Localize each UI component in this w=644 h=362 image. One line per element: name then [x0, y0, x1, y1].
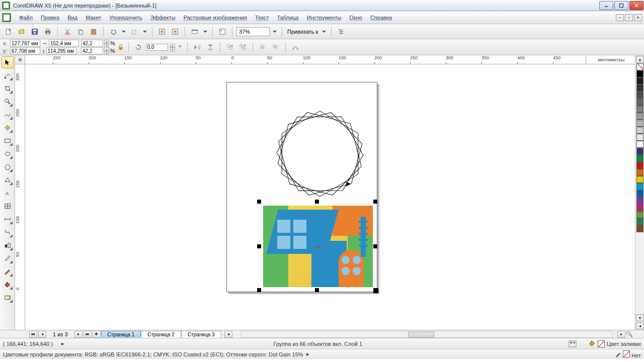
- drawing-canvas[interactable]: ➤: [25, 64, 636, 330]
- selection-handle-br[interactable]: [373, 288, 378, 293]
- interactive-tool[interactable]: [2, 239, 14, 251]
- undo-button[interactable]: [108, 26, 119, 37]
- color-swatch[interactable]: [636, 155, 643, 162]
- color-swatch[interactable]: [636, 106, 643, 113]
- interactive-fill-tool[interactable]: [2, 292, 14, 304]
- zoom-input[interactable]: [236, 27, 270, 36]
- save-button[interactable]: [29, 26, 40, 37]
- page-tab-1[interactable]: Страница 1: [101, 331, 141, 338]
- minimize-button[interactable]: [599, 1, 613, 10]
- hscroll-right-button[interactable]: ▸: [617, 331, 625, 338]
- freehand-tool[interactable]: [2, 109, 14, 121]
- fill-tool[interactable]: [2, 279, 14, 291]
- star-polygon-object[interactable]: [272, 109, 368, 197]
- add-page-button[interactable]: ✚: [93, 331, 101, 338]
- snap-dropdown[interactable]: [321, 26, 327, 37]
- maximize-button[interactable]: [614, 1, 628, 10]
- menu-arrange[interactable]: Упорядочить: [105, 13, 146, 23]
- profile-flyout-icon[interactable]: ▸: [303, 351, 312, 357]
- text-tool[interactable]: A: [2, 187, 14, 199]
- pick-tool[interactable]: [2, 56, 14, 68]
- color-swatch[interactable]: [636, 162, 643, 169]
- rotation-input[interactable]: [146, 44, 168, 51]
- color-swatch[interactable]: [636, 134, 643, 141]
- navigator-button[interactable]: 🔍: [626, 331, 634, 338]
- menu-edit[interactable]: Правка: [37, 13, 63, 23]
- color-swatch[interactable]: [636, 127, 643, 134]
- menu-table[interactable]: Таблица: [273, 13, 303, 23]
- launch-button[interactable]: [189, 26, 200, 37]
- color-swatch[interactable]: [636, 148, 643, 155]
- color-swatch[interactable]: [636, 77, 643, 84]
- prev-page-button[interactable]: ◂: [38, 331, 46, 338]
- scale-y-input[interactable]: [81, 47, 103, 54]
- width-input[interactable]: [49, 40, 79, 47]
- color-swatch[interactable]: [636, 197, 643, 204]
- x-position-input[interactable]: [10, 40, 40, 47]
- first-page-button[interactable]: ⏮: [29, 331, 37, 338]
- redo-button[interactable]: [129, 26, 140, 37]
- fill-swatch[interactable]: [598, 340, 605, 347]
- color-swatch[interactable]: [636, 204, 643, 211]
- polygon-tool[interactable]: [2, 161, 14, 173]
- color-swatch[interactable]: [636, 190, 643, 197]
- color-swatch[interactable]: [636, 70, 643, 77]
- menu-help[interactable]: Справка: [366, 13, 396, 23]
- color-swatch[interactable]: [636, 120, 643, 127]
- print-button[interactable]: [42, 26, 53, 37]
- open-button[interactable]: [16, 26, 27, 37]
- doc-minimize-button[interactable]: –: [616, 14, 624, 21]
- doc-palette-icon[interactable]: [569, 340, 577, 347]
- welcome-button[interactable]: [217, 26, 228, 37]
- coord-flyout-icon[interactable]: ▸: [58, 340, 67, 347]
- selection-handle-mr[interactable]: [373, 244, 377, 248]
- vertical-ruler[interactable]: 300250200150100500: [15, 64, 25, 330]
- selection-handle-tl[interactable]: [257, 200, 261, 204]
- redo-dropdown[interactable]: [142, 26, 148, 37]
- page-tab-2[interactable]: Страница 2: [141, 331, 181, 338]
- hscroll-left-button[interactable]: ◂: [224, 331, 232, 338]
- selection-center-mark[interactable]: [316, 246, 319, 249]
- palette-down-button[interactable]: ▾: [636, 314, 644, 321]
- table-tool[interactable]: [2, 200, 14, 212]
- close-button[interactable]: [629, 1, 643, 10]
- export-button[interactable]: [170, 26, 181, 37]
- ellipse-tool[interactable]: [2, 148, 14, 160]
- color-swatch[interactable]: [636, 218, 643, 225]
- mirror-h-button[interactable]: [192, 42, 203, 53]
- doc-restore-button[interactable]: ▫: [625, 14, 633, 21]
- zoom-dropdown[interactable]: [272, 26, 278, 37]
- rectangle-tool[interactable]: [2, 135, 14, 147]
- scale-x-input[interactable]: [81, 40, 103, 47]
- crop-tool[interactable]: [2, 82, 14, 95]
- menu-layout[interactable]: Макет: [82, 13, 105, 23]
- selection-handle-ml[interactable]: [257, 244, 261, 248]
- convert-curves-button[interactable]: [290, 42, 301, 53]
- doc-close-button[interactable]: ×: [634, 14, 642, 21]
- zoom-tool[interactable]: [2, 96, 14, 108]
- color-swatch[interactable]: [636, 92, 643, 99]
- cut-button[interactable]: [62, 26, 73, 37]
- selection-handle-tc[interactable]: [315, 200, 319, 204]
- next-page-button[interactable]: ▸: [74, 331, 83, 338]
- selection-handle-bc[interactable]: [315, 288, 319, 292]
- basic-shapes-tool[interactable]: [2, 174, 14, 186]
- copy-button[interactable]: [75, 26, 86, 37]
- palette-flyout-button[interactable]: ◂: [636, 322, 644, 329]
- outline-tool[interactable]: [2, 265, 14, 278]
- no-color-swatch[interactable]: [636, 63, 643, 70]
- color-swatch[interactable]: [636, 113, 643, 120]
- to-back-button[interactable]: [270, 42, 281, 53]
- menu-tools[interactable]: Инструменты: [303, 13, 346, 23]
- menu-text[interactable]: Текст: [251, 13, 273, 23]
- menu-view[interactable]: Вид: [63, 13, 82, 23]
- y-position-input[interactable]: [10, 47, 40, 54]
- selection-handle-bl[interactable]: [257, 288, 261, 292]
- outline-swatch[interactable]: [623, 350, 630, 357]
- app-menu-icon[interactable]: [2, 13, 11, 22]
- fill-bucket-icon[interactable]: [589, 340, 596, 348]
- color-swatch[interactable]: [636, 211, 643, 218]
- page-tab-3[interactable]: Страница 3: [181, 331, 221, 338]
- smart-fill-tool[interactable]: [2, 122, 14, 134]
- color-swatch[interactable]: [636, 176, 643, 183]
